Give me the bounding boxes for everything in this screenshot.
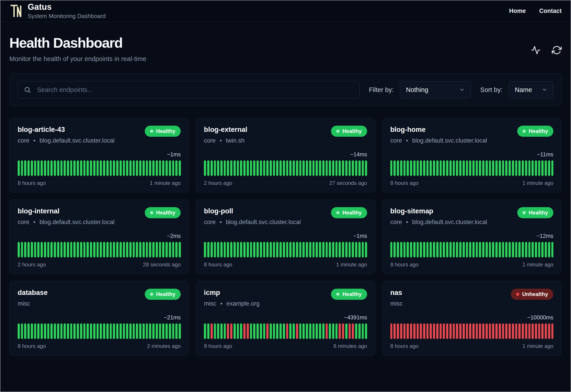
health-bar[interactable] [73,242,75,257]
health-bar[interactable] [207,160,210,176]
health-bar[interactable] [234,160,236,176]
health-bar[interactable] [479,323,481,339]
search-input[interactable] [18,81,360,98]
health-bar[interactable] [413,323,416,339]
health-bar[interactable] [31,160,33,176]
health-bar[interactable] [152,160,155,176]
health-bar[interactable] [450,160,452,176]
health-bar[interactable] [165,242,168,257]
health-bar[interactable] [172,160,174,176]
health-bar[interactable] [365,323,367,339]
health-bar[interactable] [210,323,213,339]
health-bar[interactable] [472,160,475,176]
health-bar[interactable] [531,160,534,176]
health-bar[interactable] [179,160,181,176]
health-bar[interactable] [293,323,295,339]
health-bar[interactable] [54,242,56,257]
health-bar[interactable] [31,242,33,257]
health-bar[interactable] [326,323,328,339]
health-bar[interactable] [175,160,178,176]
health-bar[interactable] [436,242,438,257]
health-bar[interactable] [139,242,141,257]
health-bar[interactable] [476,242,478,257]
health-bar[interactable] [443,242,445,257]
health-bar[interactable] [551,160,554,176]
health-bar[interactable] [110,242,112,257]
health-bar[interactable] [123,242,125,257]
health-bar[interactable] [60,242,63,257]
health-bar[interactable] [551,242,554,257]
health-bar[interactable] [227,242,229,257]
health-bar[interactable] [482,160,484,176]
health-bar[interactable] [207,323,210,339]
health-bar[interactable] [430,323,432,339]
health-bar[interactable] [162,323,164,339]
health-bar[interactable] [123,323,125,339]
health-bar[interactable] [443,160,445,176]
health-bar[interactable] [355,160,357,176]
health-bar[interactable] [482,323,484,339]
health-bar[interactable] [106,160,109,176]
health-bar[interactable] [136,242,138,257]
health-bar[interactable] [230,323,232,339]
health-bar[interactable] [313,160,315,176]
health-bar[interactable] [260,323,262,339]
health-bar[interactable] [240,160,242,176]
health-bar[interactable] [220,160,223,176]
health-bar[interactable] [70,160,73,176]
health-bar[interactable] [393,323,396,339]
health-bar[interactable] [230,160,232,176]
health-bar[interactable] [80,323,82,339]
health-bar[interactable] [50,323,53,339]
health-bar[interactable] [342,323,344,339]
health-bar[interactable] [440,160,442,176]
health-bar[interactable] [286,242,288,257]
sort-dropdown[interactable]: Name [509,81,553,98]
health-bar[interactable] [57,323,59,339]
health-bar[interactable] [522,160,524,176]
health-bar[interactable] [512,323,514,339]
health-bar[interactable] [393,242,396,257]
health-bar[interactable] [469,242,471,257]
health-bar[interactable] [240,242,242,257]
health-bar[interactable] [319,323,321,339]
health-bar[interactable] [175,242,178,257]
health-bar[interactable] [28,242,30,257]
health-bar[interactable] [34,242,36,257]
endpoint-card[interactable]: database misc Healthy ~21ms 8 hours ago … [9,281,189,356]
health-bar[interactable] [404,242,406,257]
health-bar[interactable] [24,323,26,339]
health-bar[interactable] [126,160,128,176]
health-bar[interactable] [220,242,223,257]
health-bar[interactable] [133,160,135,176]
health-bar[interactable] [413,160,416,176]
health-bar[interactable] [116,242,119,257]
health-bar[interactable] [456,323,458,339]
health-bar[interactable] [159,242,161,257]
health-bar[interactable] [352,160,354,176]
health-bar[interactable] [322,242,325,257]
health-bar[interactable] [179,242,181,257]
health-bar[interactable] [423,323,425,339]
health-bar[interactable] [263,323,265,339]
health-bar[interactable] [276,242,278,257]
health-bar[interactable] [143,323,145,339]
health-bar[interactable] [518,242,521,257]
health-bar[interactable] [152,242,155,257]
health-bar[interactable] [113,242,115,257]
health-bar[interactable] [234,323,236,339]
health-bar[interactable] [24,242,26,257]
health-bar[interactable] [240,323,242,339]
health-bar[interactable] [515,242,517,257]
health-bar[interactable] [423,242,425,257]
health-bar[interactable] [420,242,422,257]
health-bar[interactable] [110,323,112,339]
health-bar[interactable] [453,323,455,339]
health-bar[interactable] [126,323,128,339]
health-bar[interactable] [306,323,308,339]
health-bar[interactable] [313,242,315,257]
health-bar[interactable] [459,160,462,176]
health-bar[interactable] [234,242,236,257]
health-bar[interactable] [316,323,318,339]
health-bar[interactable] [250,242,252,257]
